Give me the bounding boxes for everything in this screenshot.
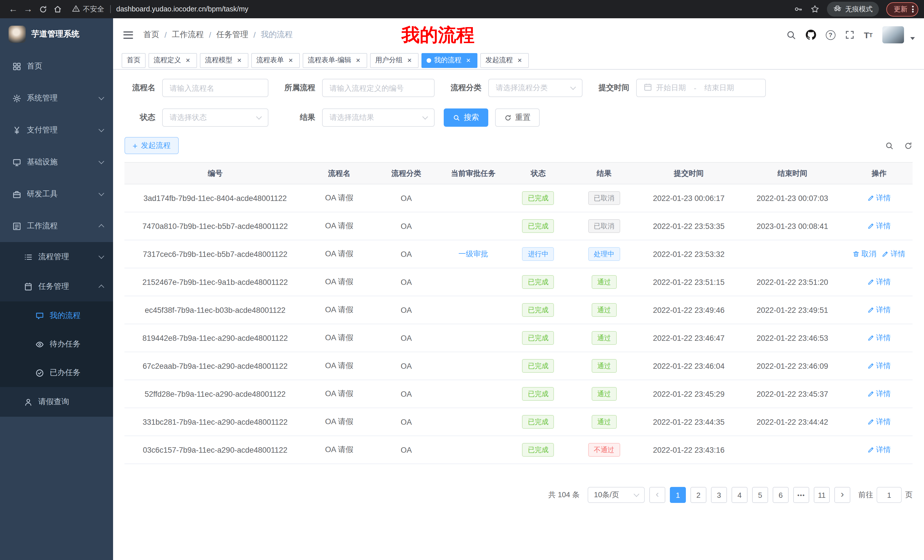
sidebar-item-leave-query[interactable]: 请假查询 — [0, 387, 113, 417]
process-name-input[interactable] — [162, 79, 268, 97]
page-button-3[interactable]: 3 — [711, 487, 727, 503]
incognito-label: 无痕模式 — [845, 4, 873, 14]
sidebar-item-home[interactable]: 首页 — [0, 50, 113, 82]
cell-category: OA — [373, 212, 440, 240]
key-icon[interactable] — [794, 4, 803, 14]
sidebar-item-task-manage[interactable]: 任务管理 — [0, 272, 113, 301]
reset-button[interactable]: 重置 — [495, 108, 540, 127]
detail-link[interactable]: 详情 — [867, 417, 891, 427]
detail-link[interactable]: 详情 — [867, 333, 891, 343]
close-icon[interactable]: × — [235, 56, 243, 64]
avatar[interactable] — [882, 26, 904, 43]
cell-submit-time: 2022-01-22 23:43:16 — [638, 436, 739, 464]
tab-home[interactable]: 首页 — [122, 53, 146, 67]
chevron-down-icon[interactable] — [910, 37, 915, 42]
page-size-select[interactable]: 10条/页 — [588, 487, 645, 503]
calendar-icon — [644, 83, 652, 93]
close-icon[interactable]: × — [184, 56, 192, 64]
breadcrumb-item: 我的流程 — [261, 30, 292, 40]
category-select[interactable]: 请选择流程分类 — [488, 79, 582, 97]
search-icon[interactable] — [786, 30, 796, 40]
detail-link[interactable]: 详情 — [882, 249, 906, 259]
sidebar-item-workflow[interactable]: 工作流程 — [0, 210, 113, 242]
sidebar-item-my-process[interactable]: 我的流程 — [0, 301, 113, 330]
tab-process-form-edit[interactable]: 流程表单-编辑× — [303, 53, 367, 67]
close-icon[interactable]: × — [516, 56, 524, 64]
page-button-4[interactable]: 4 — [732, 487, 747, 503]
sidebar-item-process-manage[interactable]: 流程管理 — [0, 242, 113, 272]
back-icon[interactable]: ← — [6, 2, 21, 16]
search-button[interactable]: 搜索 — [444, 108, 488, 127]
tab-process-definition[interactable]: 流程定义× — [148, 53, 197, 67]
detail-link[interactable]: 详情 — [867, 305, 891, 315]
detail-link[interactable]: 详情 — [867, 361, 891, 371]
process-definition-input[interactable] — [322, 79, 435, 97]
address-bar[interactable]: 不安全 dashboard.yudao.iocoder.cn/bpm/task/… — [72, 4, 787, 14]
tab-start-process[interactable]: 发起流程× — [480, 53, 529, 67]
page-button-6[interactable]: 6 — [772, 487, 789, 503]
result-tag: 已取消 — [588, 219, 620, 233]
update-button[interactable]: 更新 — [886, 2, 918, 16]
tab-user-group[interactable]: 用户分组× — [370, 53, 418, 67]
breadcrumb-item[interactable]: 首页 — [143, 30, 159, 40]
cell-current-task — [440, 436, 507, 464]
pagination: 共 104 条 10条/页 ‹ 123456•••11 › 前往 页 — [124, 487, 913, 514]
status-select[interactable]: 请选择状态 — [162, 108, 268, 127]
help-icon[interactable]: ? — [825, 30, 835, 40]
page-button-2[interactable]: 2 — [690, 487, 706, 503]
fullscreen-icon[interactable] — [845, 30, 854, 39]
detail-link[interactable]: 详情 — [867, 193, 891, 203]
close-icon[interactable]: × — [405, 56, 414, 64]
column-header: 操作 — [846, 162, 913, 184]
github-icon[interactable] — [806, 30, 816, 40]
url-text[interactable]: dashboard.yudao.iocoder.cn/bpm/task/my — [116, 5, 248, 13]
cell-current-task — [440, 352, 507, 380]
bookmark-star-icon[interactable] — [810, 4, 819, 14]
sidebar-item-infra[interactable]: 基础设施 — [0, 146, 113, 178]
search-toggle-icon[interactable] — [885, 141, 894, 150]
result-select[interactable]: 请选择流结果 — [322, 108, 435, 127]
detail-link[interactable]: 详情 — [867, 277, 891, 287]
tab-process-form[interactable]: 流程表单× — [251, 53, 300, 67]
page-ellipsis[interactable]: ••• — [793, 487, 809, 503]
reload-icon[interactable] — [35, 2, 50, 16]
breadcrumb-separator: / — [209, 30, 211, 39]
cell-actions: 详情 — [846, 408, 913, 436]
detail-link[interactable]: 详情 — [867, 389, 891, 399]
goto-page-input[interactable] — [877, 487, 902, 503]
close-icon[interactable]: × — [464, 56, 472, 64]
tab-my-process[interactable]: 我的流程× — [422, 53, 477, 67]
cell-submit-time: 2022-01-22 23:53:32 — [638, 240, 739, 268]
app-logo[interactable]: 芋道管理系统 — [0, 18, 113, 50]
next-page-button[interactable]: › — [834, 487, 850, 503]
detail-link[interactable]: 详情 — [867, 221, 891, 231]
home-button-icon[interactable] — [50, 2, 65, 16]
page-button-5[interactable]: 5 — [752, 487, 768, 503]
hamburger-icon[interactable] — [122, 29, 134, 41]
detail-link[interactable]: 详情 — [867, 445, 891, 455]
close-icon[interactable]: × — [354, 56, 362, 64]
cancel-link[interactable]: 取消 — [853, 249, 876, 259]
tab-process-model[interactable]: 流程模型× — [200, 53, 248, 67]
breadcrumb-item[interactable]: 任务管理 — [216, 30, 248, 40]
result-tag: 通过 — [591, 303, 616, 317]
sidebar-item-todo-task[interactable]: 待办任务 — [0, 330, 113, 358]
sidebar-item-devtools[interactable]: 研发工具 — [0, 178, 113, 210]
task-link[interactable]: 一级审批 — [458, 250, 488, 258]
sidebar-item-done-task[interactable]: 已办任务 — [0, 358, 113, 387]
page-button-11[interactable]: 11 — [814, 487, 830, 503]
browser-menu-icon[interactable] — [912, 5, 914, 13]
sidebar-item-payment[interactable]: 支付管理 — [0, 114, 113, 146]
cell-process-name: OA 请假 — [306, 268, 373, 296]
refresh-icon[interactable] — [904, 141, 913, 150]
page-button-1[interactable]: 1 — [670, 487, 686, 503]
cell-submit-time: 2022-01-22 23:46:04 — [638, 352, 739, 380]
close-icon[interactable]: × — [286, 56, 295, 64]
forward-icon[interactable]: → — [21, 2, 35, 16]
create-process-button[interactable]: + 发起流程 — [124, 137, 179, 154]
breadcrumb-item[interactable]: 工作流程 — [172, 30, 204, 40]
prev-page-button[interactable]: ‹ — [650, 487, 665, 503]
submit-time-range-picker[interactable]: 开始日期 - 结束日期 — [636, 79, 766, 97]
font-size-icon[interactable]: TT — [864, 30, 873, 40]
sidebar-item-system[interactable]: 系统管理 — [0, 82, 113, 114]
